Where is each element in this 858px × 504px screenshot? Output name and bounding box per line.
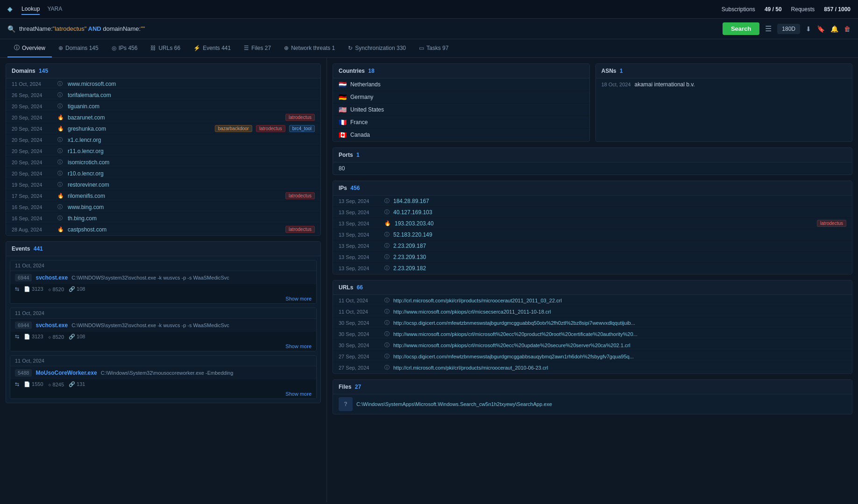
url-row[interactable]: 27 Sep, 2024 ⓘ http://ocsp.digicert.com/… <box>333 351 852 362</box>
domain-name[interactable]: www.microsoft.com <box>68 81 315 87</box>
ip-row[interactable]: 13 Sep, 2024 ⓘ 2.23.209.187 <box>333 240 852 252</box>
expand-icon[interactable]: ⇆ <box>15 381 19 387</box>
tab-domains[interactable]: ⊕ Domains 145 <box>52 40 105 57</box>
url-text[interactable]: http://www.microsoft.com/pkiops/crl/micr… <box>393 343 846 348</box>
tab-sync[interactable]: ↻ Synchronization 330 <box>341 40 412 57</box>
ip-row[interactable]: 13 Sep, 2024 🔥 193.203.203.40 latrodectu… <box>333 218 852 229</box>
country-flag: 🇺🇸 <box>339 106 347 113</box>
ip-address[interactable]: 193.203.203.40 <box>395 220 813 227</box>
country-row[interactable]: 🇺🇸 United States <box>333 104 589 116</box>
domain-name[interactable]: torifalemarta.com <box>68 92 315 98</box>
delete-icon[interactable]: 🗑 <box>844 25 851 33</box>
event-date: 11 Oct, 2024 <box>10 260 316 271</box>
domain-row[interactable]: 19 Sep, 2024 ⓘ restoreviner.com <box>6 179 320 190</box>
domain-name[interactable]: r11.o.lencr.org <box>68 148 315 154</box>
events-list: 11 Oct, 2024 6944 svchost.exe C:\WINDOWS… <box>6 260 320 399</box>
domain-row[interactable]: 20 Sep, 2024 ⓘ x1.c.lencr.org <box>6 134 320 146</box>
file-path: C:\Windows\SystemApps\Microsoft.Windows.… <box>356 401 552 407</box>
asn-row[interactable]: 18 Oct, 2024 akamai international b.v. <box>596 78 852 91</box>
domain-name[interactable]: restoreviner.com <box>68 182 315 188</box>
bookmark-icon[interactable]: 🔖 <box>817 25 825 33</box>
ip-address[interactable]: 2.23.209.182 <box>393 265 846 272</box>
country-row[interactable]: 🇩🇪 Germany <box>333 91 589 104</box>
nav-tab-lookup[interactable]: Lookup <box>21 4 40 15</box>
url-row[interactable]: 11 Oct, 2024 ⓘ http://www.microsoft.com/… <box>333 306 852 317</box>
domain-row[interactable]: 16 Sep, 2024 ⓘ th.bing.com <box>6 213 320 224</box>
ip-date: 13 Sep, 2024 <box>339 254 381 260</box>
domain-name[interactable]: th.bing.com <box>68 215 315 222</box>
domain-row[interactable]: 20 Sep, 2024 ⓘ r11.o.lencr.org <box>6 146 320 157</box>
tab-ips[interactable]: ◎ IPs 456 <box>105 40 144 57</box>
list-view-icon[interactable]: ☰ <box>765 24 772 33</box>
show-more-button[interactable]: Show more <box>10 389 316 399</box>
ip-address[interactable]: 184.28.89.167 <box>393 198 846 204</box>
ip-row[interactable]: 13 Sep, 2024 ⓘ 52.183.220.149 <box>333 229 852 240</box>
domain-name[interactable]: x1.c.lencr.org <box>68 137 315 143</box>
expand-icon[interactable]: ⇆ <box>15 286 19 292</box>
domain-name[interactable]: isomicrotich.com <box>68 159 315 166</box>
domain-date: 20 Sep, 2024 <box>12 148 54 154</box>
domain-name[interactable]: bazarunet.com <box>68 114 282 121</box>
domain-row[interactable]: 20 Sep, 2024 ⓘ isomicrotich.com <box>6 157 320 168</box>
event-process[interactable]: svchost.exe <box>35 322 68 329</box>
domain-name[interactable]: castpshost.com <box>68 226 282 233</box>
tab-events[interactable]: ⚡ Events 441 <box>187 40 237 57</box>
file-row[interactable]: ? C:\Windows\SystemApps\Microsoft.Window… <box>333 394 852 414</box>
domain-name[interactable]: rilomenifis.com <box>68 193 282 199</box>
domain-name[interactable]: r10.o.lencr.org <box>68 170 315 177</box>
ip-row[interactable]: 13 Sep, 2024 ⓘ 2.23.209.182 <box>333 263 852 274</box>
ip-address[interactable]: 52.183.220.149 <box>393 231 846 238</box>
ip-row[interactable]: 13 Sep, 2024 ⓘ 184.28.89.167 <box>333 196 852 207</box>
download-icon[interactable]: ⬇ <box>806 25 811 33</box>
expand-icon[interactable]: ⇆ <box>15 334 19 340</box>
ip-row[interactable]: 13 Sep, 2024 ⓘ 40.127.169.103 <box>333 207 852 218</box>
ip-address[interactable]: 40.127.169.103 <box>393 209 846 216</box>
url-text[interactable]: http://ocsp.digicert.com/mfewtzbnmeswsta… <box>393 320 846 326</box>
period-badge[interactable]: 180D <box>777 24 800 34</box>
domain-date: 20 Sep, 2024 <box>12 137 54 143</box>
tab-ips-label: IPs 456 <box>119 45 138 51</box>
domain-row[interactable]: 28 Aug, 2024 🔥 castpshost.com latrodectu… <box>6 224 320 235</box>
ip-address[interactable]: 2.23.209.130 <box>393 254 846 260</box>
tab-tasks[interactable]: ▭ Tasks 97 <box>412 40 455 57</box>
domain-row[interactable]: 26 Sep, 2024 ⓘ torifalemarta.com <box>6 90 320 101</box>
tab-urls[interactable]: ⛓ URLs 66 <box>144 40 187 57</box>
domain-name[interactable]: tiguanin.com <box>68 103 315 110</box>
url-row[interactable]: 30 Sep, 2024 ⓘ http://www.microsoft.com/… <box>333 340 852 351</box>
search-button[interactable]: Search <box>723 22 759 35</box>
url-text[interactable]: http://www.microsoft.com/pkiops/crl/mics… <box>393 309 846 315</box>
url-text[interactable]: http://www.microsoft.com/pkiops/crl/micr… <box>393 331 846 337</box>
domain-row[interactable]: 20 Sep, 2024 🔥 bazarunet.com latrodectus <box>6 112 320 123</box>
url-row[interactable]: 30 Sep, 2024 ⓘ http://ocsp.digicert.com/… <box>333 317 852 329</box>
domain-row[interactable]: 20 Sep, 2024 ⓘ r10.o.lencr.org <box>6 168 320 179</box>
event-process[interactable]: svchost.exe <box>35 274 68 281</box>
tabs-bar: ⓘ Overview ⊕ Domains 145 ◎ IPs 456 ⛓ URL… <box>0 39 858 58</box>
domain-row[interactable]: 20 Sep, 2024 ⓘ tiguanin.com <box>6 101 320 112</box>
bell-icon[interactable]: 🔔 <box>830 25 838 33</box>
nav-tabs: Lookup YARA <box>21 4 722 15</box>
url-text[interactable]: http://crl.microsoft.com/pki/crl/product… <box>393 365 846 371</box>
domain-row[interactable]: 17 Sep, 2024 🔥 rilomenifis.com latrodect… <box>6 190 320 202</box>
url-row[interactable]: 30 Sep, 2024 ⓘ http://www.microsoft.com/… <box>333 329 852 340</box>
url-text[interactable]: http://crl.microsoft.com/pki/crl/product… <box>393 298 846 303</box>
country-row[interactable]: 🇳🇱 Netherlands <box>333 78 589 91</box>
country-row[interactable]: 🇫🇷 France <box>333 116 589 129</box>
show-more-button[interactable]: Show more <box>10 342 316 351</box>
domain-row[interactable]: 20 Sep, 2024 🔥 greshunka.com bazarbackdo… <box>6 123 320 134</box>
url-row[interactable]: 27 Sep, 2024 ⓘ http://crl.microsoft.com/… <box>333 362 852 373</box>
tab-network-threats[interactable]: ⊕ Network threats 1 <box>277 40 341 57</box>
ip-address[interactable]: 2.23.209.187 <box>393 243 846 249</box>
ip-row[interactable]: 13 Sep, 2024 ⓘ 2.23.209.130 <box>333 252 852 263</box>
tab-files[interactable]: ☰ Files 27 <box>237 40 277 57</box>
domain-name[interactable]: www.bing.com <box>68 204 315 210</box>
country-row[interactable]: 🇨🇦 Canada <box>333 129 589 141</box>
tab-overview[interactable]: ⓘ Overview <box>7 39 52 57</box>
domain-row[interactable]: 11 Oct, 2024 ⓘ www.microsoft.com <box>6 78 320 90</box>
event-process[interactable]: MoUsoCoreWorker.exe <box>35 370 97 376</box>
domain-row[interactable]: 16 Sep, 2024 ⓘ www.bing.com <box>6 202 320 213</box>
show-more-button[interactable]: Show more <box>10 294 316 303</box>
url-row[interactable]: 11 Oct, 2024 ⓘ http://crl.microsoft.com/… <box>333 295 852 306</box>
nav-tab-yara[interactable]: YARA <box>47 4 62 15</box>
url-text[interactable]: http://ocsp.digicert.com/mfewtzbnmeswsta… <box>393 354 846 359</box>
domain-name[interactable]: greshunka.com <box>68 126 211 132</box>
